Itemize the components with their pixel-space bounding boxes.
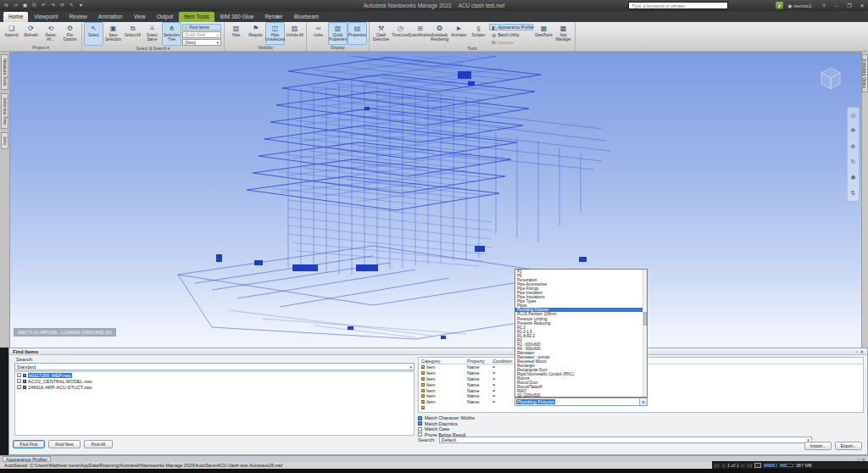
find-next-button[interactable]: Find Next — [48, 440, 81, 448]
ribbon-button[interactable]: ∞Links — [309, 22, 328, 45]
orbit-icon[interactable]: ↻ — [851, 159, 856, 165]
ribbon-button[interactable]: ≡Select Same — [142, 22, 162, 46]
ribbon-tab[interactable]: Review — [64, 12, 92, 22]
ribbon-button[interactable]: ▥Quick Properties — [328, 22, 348, 45]
dropdown-scrollbar[interactable] — [643, 270, 647, 397]
search-mode-select[interactable]: Default ▾ — [439, 437, 812, 443]
column-header-category[interactable]: Category — [419, 359, 465, 364]
ribbon-tab[interactable]: Animation — [93, 12, 128, 22]
ribbon-group-label[interactable]: Select & Search ▾ — [84, 46, 222, 52]
saved-search-select[interactable]: Standard ▾ — [14, 363, 415, 370]
ribbon-small-button[interactable]: ⧉Compare — [489, 39, 533, 46]
option-row[interactable]: Match Character Widths — [418, 415, 475, 421]
navigation-wheel-icon[interactable]: ◎ — [850, 112, 855, 119]
value-combo-editor[interactable]: Plumbing Fixtures ▾ — [515, 398, 648, 406]
ribbon-group-label[interactable]: Project ▾ — [2, 45, 80, 51]
find-items-button[interactable]: ⌕Find Items — [182, 24, 221, 31]
view-cube[interactable] — [815, 65, 846, 92]
ribbon-button[interactable]: ⊞Quantification — [410, 22, 430, 46]
dock-tab[interactable]: Standard Views — [862, 54, 868, 92]
file-tree-row[interactable]: + ACO2_CENTRAL MODEL.nwc — [15, 378, 414, 384]
open-icon[interactable]: ▱ — [12, 2, 19, 9]
ribbon-button[interactable]: ▤Properties — [348, 22, 367, 45]
prev-sheet-icon[interactable]: ◁ — [721, 463, 725, 468]
find-first-button[interactable]: Find First — [13, 440, 45, 448]
scrollbar-thumb[interactable] — [643, 312, 647, 326]
ribbon-small-button[interactable]: ◧Appearance Profiler — [489, 24, 533, 31]
first-sheet-icon[interactable]: |◁ — [715, 463, 719, 468]
quick-find-input[interactable]: Quick Find⌕ — [182, 31, 221, 38]
ribbon-button[interactable]: ↖Select — [84, 22, 103, 46]
ribbon-button[interactable]: ⚑Require — [246, 22, 265, 45]
select-arrow-icon[interactable]: ↖ — [68, 2, 75, 9]
ribbon-tab[interactable]: Output — [152, 12, 179, 22]
import-button[interactable]: Import... — [804, 442, 832, 450]
find-all-button[interactable]: Find All — [84, 440, 113, 448]
ribbon-display-toggle-icon[interactable]: ▾ — [273, 14, 282, 19]
file-tree-row[interactable]: + 249616-ARP-ACU-STUCT.nwc — [15, 384, 414, 390]
dropdown-item[interactable]: S2-1200x500 — [515, 393, 647, 398]
help-search-input[interactable] — [628, 2, 728, 9]
undo-icon[interactable]: ↶ — [40, 2, 47, 9]
ribbon-tab[interactable]: View — [129, 12, 151, 22]
checkbox[interactable] — [418, 416, 422, 420]
account-menu[interactable]: ◉ revizto1 ▾ — [787, 3, 815, 8]
restore-button[interactable]: ❐ — [845, 3, 854, 8]
look-icon[interactable]: ◉ — [850, 174, 855, 181]
ribbon-button[interactable]: ◫Hide Unselected — [265, 22, 285, 45]
ribbon-button[interactable]: ►Animator — [449, 22, 469, 46]
ribbon-button[interactable]: ▩App Manager — [554, 22, 573, 46]
ribbon-button[interactable]: ❏Append — [2, 22, 21, 45]
ribbon-tab[interactable]: BIM 360 Glue — [215, 12, 259, 22]
redo-icon[interactable]: ↷ — [49, 2, 57, 9]
zoom-icon[interactable]: ⊕ — [851, 143, 856, 150]
walk-icon[interactable]: ⇅ — [851, 190, 856, 197]
print-icon[interactable]: ⎘ — [31, 2, 38, 9]
close-button[interactable]: ✕ — [858, 3, 866, 8]
ribbon-button[interactable]: ▣Save Selection — [103, 22, 123, 46]
viewport-3d[interactable]: Measure ToolsSelection TreeSets Standard… — [0, 52, 868, 348]
ribbon-button[interactable]: §Scripter — [469, 22, 488, 46]
panel-close-icon[interactable]: ✕ — [860, 349, 864, 354]
next-sheet-icon[interactable]: ▷ — [742, 463, 745, 468]
ribbon-button[interactable]: ▨Unhide All — [285, 22, 304, 45]
dock-tab[interactable]: Sets — [1, 132, 8, 149]
file-tree-row[interactable]: + b0117200_MEP.nwc — [15, 372, 414, 378]
column-header-property[interactable]: Property — [465, 359, 490, 364]
ribbon-tab[interactable]: Viewpoint — [29, 12, 63, 22]
ribbon-button[interactable]: ⋔Selection Tree — [162, 22, 181, 46]
expand-icon[interactable]: + — [17, 385, 21, 389]
ribbon-button[interactable]: ▧Hide — [226, 22, 246, 45]
minimize-button[interactable]: – — [832, 3, 841, 8]
appearance-profiler-tab[interactable]: Appearance Profiler — [3, 456, 51, 462]
dock-tab[interactable]: Measure Tools — [1, 54, 8, 90]
ribbon-tab[interactable]: Bluebeam — [289, 12, 324, 22]
panel-pin-icon[interactable]: ▫ — [855, 349, 857, 354]
qat-caret-icon[interactable]: ▾ — [77, 2, 85, 9]
pan-icon[interactable]: ✥ — [851, 127, 856, 134]
refresh-icon[interactable]: ⟳ — [58, 2, 66, 9]
ribbon-tab[interactable]: Item Tools — [179, 12, 214, 22]
app-button[interactable]: N — [3, 2, 10, 9]
ribbon-button[interactable]: ▦DataTools — [534, 22, 554, 46]
combo-dropdown-button[interactable]: ▾ — [639, 398, 647, 405]
ribbon-button[interactable]: ⧉Select All — [123, 22, 142, 46]
expand-icon[interactable]: + — [17, 373, 21, 377]
last-sheet-icon[interactable]: ▷| — [748, 463, 752, 468]
ribbon-button[interactable]: ⟲Reset All... — [41, 22, 60, 45]
checkbox[interactable] — [418, 421, 422, 426]
column-header-condition[interactable]: Condition — [490, 359, 514, 364]
dock-tab[interactable]: Selection Tree — [1, 93, 8, 129]
ribbon-button[interactable]: ⟳Refresh — [21, 22, 41, 45]
help-icon[interactable]: ? — [820, 3, 828, 8]
ribbon-tab[interactable]: Home — [3, 12, 28, 22]
ribbon-button[interactable]: ⚒Clash Detective — [371, 22, 391, 46]
sets-select[interactable]: [Sets]▾ — [182, 39, 221, 46]
checkbox[interactable] — [418, 427, 422, 431]
ribbon-small-button[interactable]: ⚙Batch Utility — [489, 31, 533, 38]
save-icon[interactable]: ▣ — [21, 2, 29, 9]
expand-icon[interactable]: + — [17, 379, 21, 383]
multisheet-icon[interactable] — [754, 463, 761, 468]
ribbon-button[interactable]: ❂Autodesk Rendering — [430, 22, 449, 46]
search-go-icon[interactable]: ⌕ — [776, 2, 783, 9]
